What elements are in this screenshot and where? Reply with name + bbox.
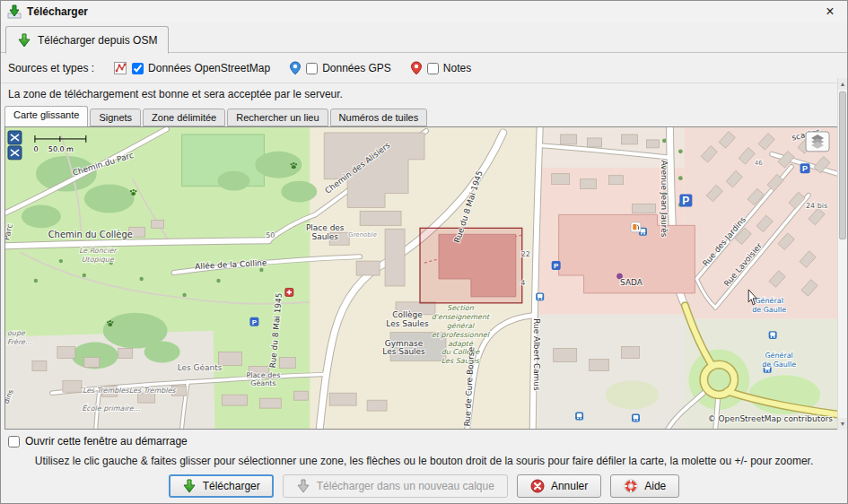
map-label: de Gaulle (752, 306, 786, 314)
tab-bounding-box[interactable]: Zone délimitée (143, 109, 225, 126)
slippy-map[interactable]: PPPP ParcChemin du ParcChemin du Collège… (5, 127, 837, 429)
sources-label: Sources et types : (8, 62, 94, 74)
close-button[interactable]: × (820, 2, 840, 22)
download-dialog: Télécharger × Télécharger depuis OSM Sou… (0, 0, 848, 504)
download-new-layer-label: Télécharger dans un nouveau calque (317, 480, 494, 492)
note-pin-icon (410, 61, 423, 75)
map-label: Utopique (82, 256, 115, 264)
map-label: SADA (620, 278, 643, 287)
bus-icon (575, 413, 583, 421)
map-label: de Gaulle (762, 361, 796, 369)
map-label: Les Trembles (83, 387, 130, 395)
map-label: Avenue Jean Jaurès (660, 161, 669, 238)
tab-slippy-map[interactable]: Carte glissante (4, 106, 88, 126)
map-label: École primaire... (82, 404, 140, 413)
download-arrow-icon (17, 33, 31, 48)
map-label: 0 (33, 145, 38, 153)
download-button-label: Télécharger (203, 480, 260, 492)
tab-download-from-osm[interactable]: Télécharger depuis OSM (5, 26, 169, 54)
map-tab-strip: Carte glissante Signets Zone délimitée R… (4, 106, 429, 126)
osm-data-label: Données OpenStreetMap (148, 62, 270, 74)
map-label: Saules (311, 232, 338, 241)
map-label: Général (755, 297, 782, 305)
download-arrow-icon (182, 479, 197, 493)
cancel-icon (530, 479, 545, 493)
cancel-button[interactable]: Annuler (517, 474, 601, 498)
tab-bookmarks[interactable]: Signets (90, 109, 141, 126)
separator (1, 83, 847, 83)
svg-text:P: P (802, 164, 808, 173)
map-label: Général (765, 352, 792, 360)
map-label: 22 (521, 250, 530, 258)
tab-search-place[interactable]: Rechercher un lieu (227, 109, 328, 126)
map-label: Frère... (7, 338, 32, 346)
help-button[interactable]: Aide (610, 474, 679, 498)
window-icon (7, 4, 22, 19)
download-area-status: La zone de téléchargement est bonne et s… (8, 88, 343, 100)
sources-row: Sources et types : Données OpenStreetMap… (8, 56, 471, 80)
fuel-icon (631, 222, 641, 232)
parking-icon: P (249, 317, 258, 326)
map-label: Gymnase (385, 339, 424, 348)
help-button-label: Aide (644, 480, 666, 492)
selection-rect[interactable] (420, 228, 522, 303)
map-label: adapté (448, 340, 474, 348)
bus-icon (632, 414, 640, 422)
svg-text:P: P (252, 318, 258, 326)
map-label: 24 bis (806, 202, 827, 210)
bus-icon (536, 292, 544, 300)
layers-icon[interactable] (806, 132, 829, 152)
parking-icon: P (800, 163, 810, 173)
titlebar: Télécharger × (1, 1, 847, 22)
tab-tile-numbers[interactable]: Numéros de tuiles (330, 109, 428, 126)
gps-data-checkbox[interactable] (306, 63, 318, 74)
map-label: Grenoble (348, 231, 377, 239)
map-label: et professionnel (432, 331, 490, 339)
map-label: Place des (306, 223, 345, 232)
cross-icon (285, 288, 293, 296)
map-label: d'enseignement (432, 313, 491, 321)
map-label: Les Saules (382, 348, 425, 357)
tab-label: Télécharger depuis OSM (38, 34, 157, 47)
main-tab-row: Télécharger depuis OSM (1, 22, 847, 53)
map-label: oupe (7, 329, 26, 337)
cancel-button-label: Annuler (551, 480, 588, 492)
map-label: Le Roncier (79, 247, 118, 255)
map-label: général (447, 322, 475, 330)
download-button[interactable]: Télécharger (169, 474, 274, 498)
map-label: 50 (266, 231, 275, 239)
scrollbar-thumb[interactable] (839, 91, 846, 239)
bus-icon (769, 331, 777, 339)
download-new-layer-button[interactable]: Télécharger dans un nouveau calque (283, 474, 508, 498)
map-label: 50.0 m (48, 145, 74, 153)
download-arrow-gray-icon (296, 479, 310, 493)
vertical-scrollbar[interactable]: ▲ ▼ (837, 78, 847, 430)
map-label: 4 (520, 279, 525, 287)
svg-text:P: P (682, 195, 689, 207)
usage-hint: Utilisez le clic gauche & faites glisser… (1, 455, 847, 467)
gps-pin-icon (289, 61, 302, 75)
osm-data-icon (113, 61, 127, 75)
map-label: Géants (250, 379, 275, 387)
map-label: Collège (392, 310, 423, 319)
parking-icon: P (552, 261, 561, 270)
map-label: Les Trembles (129, 387, 177, 395)
parking-icon: P (679, 195, 692, 207)
help-lifebuoy-icon (624, 479, 638, 493)
map-panel: PPPP ParcChemin du ParcChemin du Collège… (4, 126, 838, 430)
svg-text:P: P (554, 262, 559, 270)
map-label: 46 (755, 160, 763, 167)
notes-label: Notes (443, 62, 471, 74)
notes-checkbox[interactable] (427, 63, 439, 74)
window-title: Télécharger (27, 5, 88, 18)
osm-data-checkbox[interactable] (132, 63, 144, 74)
map-label: Chemin du Collège (48, 230, 133, 239)
open-at-startup-checkbox[interactable] (8, 436, 20, 448)
scroll-down-icon[interactable]: ▼ (838, 418, 847, 430)
startup-option: Ouvrir cette fenêtre au démarrage (8, 435, 188, 448)
scroll-up-icon[interactable]: ▲ (838, 78, 847, 90)
gps-data-label: Données GPS (322, 62, 391, 74)
map-label: Place des (246, 371, 280, 379)
map-label: Rue Albert Camus (532, 318, 541, 391)
map-label: Les Géants (178, 363, 223, 372)
